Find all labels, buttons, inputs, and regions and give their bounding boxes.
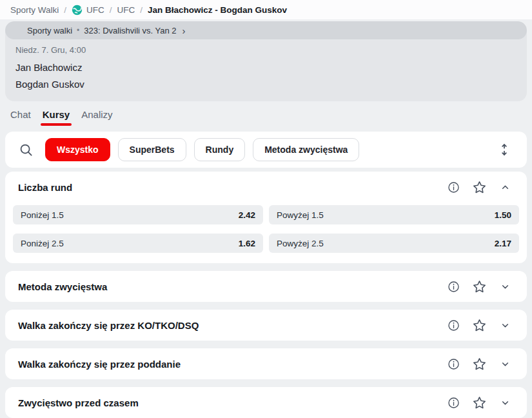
market-card-liczba-rund: Liczba rund Poniżej 1. [5,172,527,263]
breadcrumb: Sporty Walki / UFC / UFC / Jan Błachowic… [0,0,532,19]
filter-metoda-button[interactable]: Metoda zwycięstwa [253,138,359,162]
market-title: Metoda zwycięstwa [18,281,446,292]
breadcrumb-league-label: UFC [86,5,104,15]
odds-label: Powyżej 1.5 [277,210,324,220]
info-icon[interactable] [446,179,461,195]
fighter-name-2: Bogdan Guskov [15,76,517,93]
odds-button-ponizej-1-5[interactable]: Poniżej 1.5 2.42 [13,205,263,224]
filter-wszystko-button[interactable]: Wszystko [45,138,110,162]
market-title: Liczba rund [18,182,446,193]
market-card-zwyciestwo-przed-czasem: Zwycięstwo przed czasem [5,387,527,418]
star-favorite-icon[interactable] [471,279,487,294]
info-icon[interactable] [446,317,461,333]
star-favorite-icon[interactable] [471,395,487,410]
market-header[interactable]: Liczba rund [5,172,527,203]
market-title: Walka zakończy się przez KO/TKO/DSQ [18,320,446,331]
market-header[interactable]: Walka zakończy się przez KO/TKO/DSQ [5,310,527,341]
odds-button-powyzej-1-5[interactable]: Powyżej 1.5 1.50 [269,205,519,224]
breadcrumb-separator: / [64,5,66,15]
star-favorite-icon[interactable] [471,179,487,195]
market-card-ko-tko-dsq: Walka zakończy się przez KO/TKO/DSQ [5,310,527,341]
breadcrumb-sport[interactable]: Sporty Walki [10,5,59,15]
expand-collapse-all-icon[interactable] [497,142,511,157]
odds-grid: Poniżej 1.5 2.42 Powyżej 1.5 1.50 Poniże… [5,203,527,263]
filter-superbets-button[interactable]: SuperBets [118,138,186,162]
event-date: Niedz. 7. Gru, 4:00 [15,45,517,55]
market-header[interactable]: Zwycięstwo przed czasem [5,387,527,418]
odds-value: 2.42 [239,210,255,220]
tab-bar: Chat Kursy Analizy [0,101,532,132]
tournament-pill[interactable]: Sporty walki • 323: Dvalishvili vs. Yan … [5,21,527,39]
market-card-metoda-zwyciestwa: Metoda zwycięstwa [5,271,527,302]
chevron-down-icon[interactable] [497,317,513,333]
breadcrumb-separator: / [140,5,143,15]
filter-rundy-button[interactable]: Rundy [194,138,246,162]
pill-sport-label: Sporty walki [27,26,72,35]
market-header[interactable]: Walka zakończy się przez poddanie [5,348,527,379]
odds-label: Poniżej 2.5 [21,239,64,248]
breadcrumb-separator: / [110,5,112,15]
odds-button-ponizej-2-5[interactable]: Poniżej 2.5 1.62 [13,234,263,253]
market-header[interactable]: Metoda zwycięstwa [5,271,527,302]
chevron-down-icon[interactable] [497,356,513,372]
breadcrumb-subleague[interactable]: UFC [117,5,135,15]
info-icon[interactable] [446,356,461,372]
tab-analizy[interactable]: Analizy [81,109,112,126]
market-title: Walka zakończy się przez poddanie [18,359,446,370]
event-info: Niedz. 7. Gru, 4:00 Jan Błachowicz Bogda… [5,39,527,101]
info-icon[interactable] [446,395,461,410]
odds-value: 1.50 [495,210,511,220]
chevron-down-icon[interactable] [497,279,513,294]
tab-chat[interactable]: Chat [10,109,31,126]
star-favorite-icon[interactable] [471,356,487,372]
odds-label: Powyżej 2.5 [277,239,324,248]
search-icon[interactable] [18,142,34,157]
star-favorite-icon[interactable] [471,317,487,333]
tab-kursy[interactable]: Kursy [43,109,70,126]
fighter-name-1: Jan Błachowicz [15,59,517,76]
pill-event-label: 323: Dvalishvili vs. Yan 2 [84,26,176,35]
odds-label: Poniżej 1.5 [21,210,64,220]
odds-value: 1.62 [239,239,255,248]
odds-value: 2.17 [495,239,511,248]
chevron-up-icon[interactable] [497,179,513,195]
breadcrumb-league[interactable]: UFC [72,5,104,15]
market-filter-bar: Wszystko SuperBets Rundy Metoda zwycięst… [5,132,527,168]
breadcrumb-current-event: Jan Błachowicz - Bogdan Guskov [148,5,287,15]
ufc-globe-icon [72,5,83,15]
pill-dot-separator: • [77,26,79,35]
info-icon[interactable] [446,279,461,294]
market-title: Zwycięstwo przed czasem [18,397,446,408]
market-card-poddanie: Walka zakończy się przez poddanie [5,348,527,379]
chevron-down-icon[interactable] [497,395,513,410]
chevron-right-icon: › [182,26,186,35]
odds-button-powyzej-2-5[interactable]: Powyżej 2.5 2.17 [269,234,519,253]
event-header-card: Sporty walki • 323: Dvalishvili vs. Yan … [5,21,527,101]
